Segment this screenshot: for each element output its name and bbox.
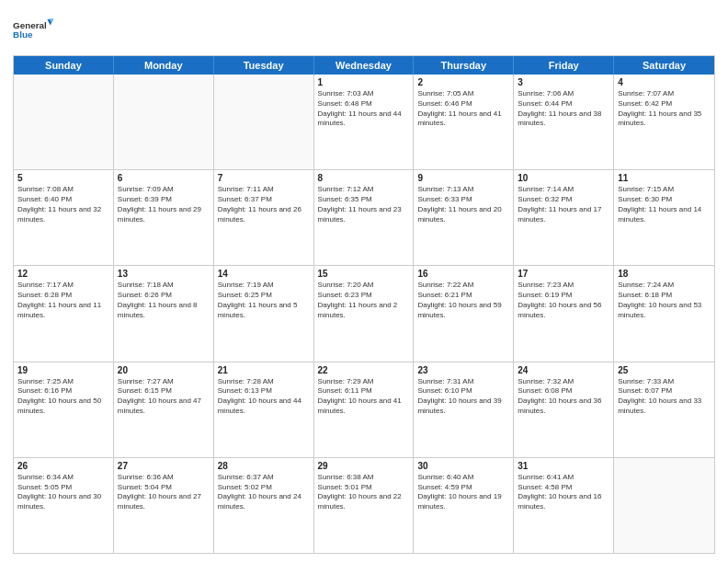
day-number: 8 <box>318 173 410 183</box>
calendar-cell: 12Sunrise: 7:17 AM Sunset: 6:28 PM Dayli… <box>14 266 114 361</box>
calendar-cell: 18Sunrise: 7:24 AM Sunset: 6:18 PM Dayli… <box>614 266 714 361</box>
day-number: 27 <box>118 461 210 471</box>
day-header-thursday: Thursday <box>414 56 514 75</box>
day-number: 14 <box>218 269 310 279</box>
calendar-cell: 5Sunrise: 7:08 AM Sunset: 6:40 PM Daylig… <box>14 170 114 265</box>
calendar-cell: 28Sunrise: 6:37 AM Sunset: 5:02 PM Dayli… <box>214 458 314 553</box>
day-number: 6 <box>118 173 210 183</box>
day-number: 31 <box>518 461 609 471</box>
day-number: 13 <box>118 269 210 279</box>
calendar-cell: 3Sunrise: 7:06 AM Sunset: 6:44 PM Daylig… <box>514 75 614 169</box>
day-number: 25 <box>618 365 711 375</box>
cell-info: Sunrise: 7:08 AM Sunset: 6:40 PM Dayligh… <box>17 185 109 224</box>
cell-info: Sunrise: 6:40 AM Sunset: 4:59 PM Dayligh… <box>417 473 509 512</box>
calendar-cell: 27Sunrise: 6:36 AM Sunset: 5:04 PM Dayli… <box>114 458 214 553</box>
svg-text:General: General <box>13 20 47 30</box>
calendar-cell: 16Sunrise: 7:22 AM Sunset: 6:21 PM Dayli… <box>414 266 514 361</box>
day-number: 4 <box>618 77 711 87</box>
calendar-cell <box>114 75 214 169</box>
cell-info: Sunrise: 7:23 AM Sunset: 6:19 PM Dayligh… <box>518 281 609 320</box>
calendar-cell: 29Sunrise: 6:38 AM Sunset: 5:01 PM Dayli… <box>314 458 415 553</box>
cell-info: Sunrise: 7:31 AM Sunset: 6:10 PM Dayligh… <box>417 377 509 417</box>
day-number: 17 <box>518 269 609 279</box>
day-number: 20 <box>118 365 210 375</box>
day-header-sunday: Sunday <box>14 56 114 75</box>
calendar-cell: 7Sunrise: 7:11 AM Sunset: 6:37 PM Daylig… <box>214 170 314 265</box>
cell-info: Sunrise: 7:32 AM Sunset: 6:08 PM Dayligh… <box>518 377 609 417</box>
cell-info: Sunrise: 6:37 AM Sunset: 5:02 PM Dayligh… <box>218 473 310 512</box>
calendar-cell <box>14 75 114 169</box>
calendar-cell: 20Sunrise: 7:27 AM Sunset: 6:15 PM Dayli… <box>114 362 214 457</box>
cell-info: Sunrise: 7:09 AM Sunset: 6:39 PM Dayligh… <box>118 185 210 224</box>
day-header-wednesday: Wednesday <box>314 56 415 75</box>
calendar-cell <box>614 458 714 553</box>
cell-info: Sunrise: 6:38 AM Sunset: 5:01 PM Dayligh… <box>318 473 410 512</box>
day-number: 10 <box>518 173 609 183</box>
cell-info: Sunrise: 7:29 AM Sunset: 6:11 PM Dayligh… <box>318 377 410 417</box>
cell-info: Sunrise: 7:14 AM Sunset: 6:32 PM Dayligh… <box>518 185 609 224</box>
day-number: 9 <box>417 173 509 183</box>
day-header-friday: Friday <box>514 56 614 75</box>
logo: General Blue <box>13 9 53 50</box>
calendar-cell: 4Sunrise: 7:07 AM Sunset: 6:42 PM Daylig… <box>614 75 714 169</box>
calendar-cell: 19Sunrise: 7:25 AM Sunset: 6:16 PM Dayli… <box>14 362 114 457</box>
day-number: 26 <box>17 461 109 471</box>
cell-info: Sunrise: 7:13 AM Sunset: 6:33 PM Dayligh… <box>417 185 509 224</box>
day-number: 28 <box>218 461 310 471</box>
calendar-cell: 9Sunrise: 7:13 AM Sunset: 6:33 PM Daylig… <box>414 170 514 265</box>
day-number: 15 <box>318 269 410 279</box>
cell-info: Sunrise: 7:25 AM Sunset: 6:16 PM Dayligh… <box>17 377 109 417</box>
calendar-week-0: 1Sunrise: 7:03 AM Sunset: 6:48 PM Daylig… <box>14 75 714 170</box>
cell-info: Sunrise: 7:05 AM Sunset: 6:46 PM Dayligh… <box>417 89 509 129</box>
calendar-cell: 1Sunrise: 7:03 AM Sunset: 6:48 PM Daylig… <box>314 75 415 169</box>
cell-info: Sunrise: 7:22 AM Sunset: 6:21 PM Dayligh… <box>417 281 509 320</box>
cell-info: Sunrise: 7:17 AM Sunset: 6:28 PM Dayligh… <box>17 281 109 320</box>
cell-info: Sunrise: 7:18 AM Sunset: 6:26 PM Dayligh… <box>118 281 210 320</box>
cell-info: Sunrise: 7:07 AM Sunset: 6:42 PM Dayligh… <box>618 89 711 129</box>
calendar-cell: 14Sunrise: 7:19 AM Sunset: 6:25 PM Dayli… <box>214 266 314 361</box>
cell-info: Sunrise: 7:33 AM Sunset: 6:07 PM Dayligh… <box>618 377 711 417</box>
day-number: 29 <box>318 461 410 471</box>
cell-info: Sunrise: 7:12 AM Sunset: 6:35 PM Dayligh… <box>318 185 410 224</box>
cell-info: Sunrise: 7:19 AM Sunset: 6:25 PM Dayligh… <box>218 281 310 320</box>
calendar-cell: 22Sunrise: 7:29 AM Sunset: 6:11 PM Dayli… <box>314 362 415 457</box>
calendar-body: 1Sunrise: 7:03 AM Sunset: 6:48 PM Daylig… <box>14 75 714 553</box>
day-header-tuesday: Tuesday <box>214 56 314 75</box>
day-number: 23 <box>417 365 509 375</box>
calendar-cell: 21Sunrise: 7:28 AM Sunset: 6:13 PM Dayli… <box>214 362 314 457</box>
calendar-cell: 2Sunrise: 7:05 AM Sunset: 6:46 PM Daylig… <box>414 75 514 169</box>
day-number: 12 <box>17 269 109 279</box>
calendar-cell: 24Sunrise: 7:32 AM Sunset: 6:08 PM Dayli… <box>514 362 614 457</box>
calendar-week-3: 19Sunrise: 7:25 AM Sunset: 6:16 PM Dayli… <box>14 362 714 458</box>
calendar-cell: 30Sunrise: 6:40 AM Sunset: 4:59 PM Dayli… <box>414 458 514 553</box>
cell-info: Sunrise: 7:06 AM Sunset: 6:44 PM Dayligh… <box>518 89 609 129</box>
calendar: SundayMondayTuesdayWednesdayThursdayFrid… <box>13 55 715 554</box>
svg-text:Blue: Blue <box>13 29 33 40</box>
cell-info: Sunrise: 7:27 AM Sunset: 6:15 PM Dayligh… <box>118 377 210 417</box>
cell-info: Sunrise: 6:41 AM Sunset: 4:58 PM Dayligh… <box>518 473 609 512</box>
day-number: 3 <box>518 77 609 87</box>
calendar-cell: 11Sunrise: 7:15 AM Sunset: 6:30 PM Dayli… <box>614 170 714 265</box>
day-number: 18 <box>618 269 711 279</box>
calendar-week-1: 5Sunrise: 7:08 AM Sunset: 6:40 PM Daylig… <box>14 170 714 266</box>
calendar-header-row: SundayMondayTuesdayWednesdayThursdayFrid… <box>14 56 714 75</box>
day-header-saturday: Saturday <box>614 56 714 75</box>
day-number: 5 <box>17 173 109 183</box>
calendar-cell: 17Sunrise: 7:23 AM Sunset: 6:19 PM Dayli… <box>514 266 614 361</box>
day-number: 11 <box>618 173 711 183</box>
page: General Blue SundayMondayTuesdayWednesda… <box>0 0 728 563</box>
cell-info: Sunrise: 7:03 AM Sunset: 6:48 PM Dayligh… <box>318 89 410 129</box>
day-number: 22 <box>318 365 410 375</box>
header: General Blue <box>13 9 715 50</box>
calendar-cell: 25Sunrise: 7:33 AM Sunset: 6:07 PM Dayli… <box>614 362 714 457</box>
cell-info: Sunrise: 7:20 AM Sunset: 6:23 PM Dayligh… <box>318 281 410 320</box>
calendar-cell: 8Sunrise: 7:12 AM Sunset: 6:35 PM Daylig… <box>314 170 415 265</box>
calendar-cell <box>214 75 314 169</box>
logo-svg: General Blue <box>13 9 53 50</box>
day-number: 16 <box>417 269 509 279</box>
calendar-cell: 13Sunrise: 7:18 AM Sunset: 6:26 PM Dayli… <box>114 266 214 361</box>
day-number: 1 <box>318 77 410 87</box>
day-header-monday: Monday <box>114 56 214 75</box>
day-number: 7 <box>218 173 310 183</box>
calendar-cell: 15Sunrise: 7:20 AM Sunset: 6:23 PM Dayli… <box>314 266 415 361</box>
